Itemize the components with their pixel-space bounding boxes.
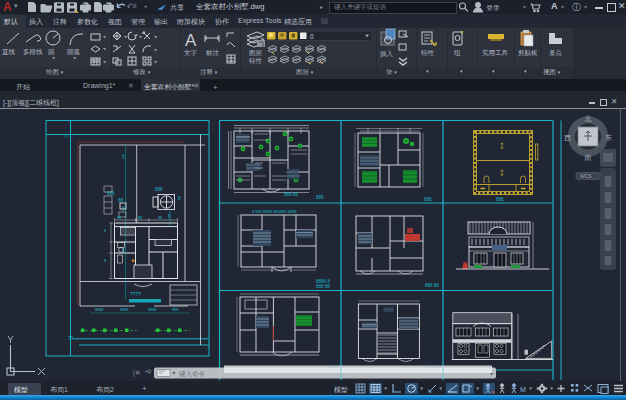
svg-text:键入命令: 键入命令 bbox=[178, 370, 206, 378]
svg-text:特性: 特性 bbox=[249, 57, 263, 65]
svg-text:A: A bbox=[185, 31, 197, 50]
svg-text:标注: 标注 bbox=[205, 49, 220, 57]
svg-text:88: 88 bbox=[118, 198, 124, 203]
svg-text:88: 88 bbox=[138, 216, 142, 220]
svg-text:文字: 文字 bbox=[184, 49, 198, 56]
svg-text:南: 南 bbox=[585, 154, 592, 161]
svg-text:多段线: 多段线 bbox=[23, 48, 43, 55]
svg-text:基点: 基点 bbox=[549, 49, 563, 56]
svg-text:8: 8 bbox=[104, 229, 106, 233]
svg-text:⚲: ⚲ bbox=[145, 369, 152, 374]
svg-text:888: 888 bbox=[424, 197, 432, 202]
svg-text:实用工具: 实用工具 bbox=[482, 49, 509, 57]
svg-text:图层: 图层 bbox=[249, 49, 263, 56]
svg-text:M: M bbox=[520, 386, 526, 393]
svg-text:888 88: 888 88 bbox=[316, 284, 330, 289]
svg-text:888: 888 bbox=[155, 187, 163, 192]
svg-text:888 88: 888 88 bbox=[425, 283, 439, 288]
svg-text:东: 东 bbox=[605, 134, 612, 141]
svg-text:组: 组 bbox=[454, 49, 461, 56]
svg-text:|✕: |✕ bbox=[133, 369, 141, 377]
svg-text:888: 888 bbox=[172, 308, 178, 312]
svg-text:圆弧: 圆弧 bbox=[67, 48, 81, 55]
svg-text:888: 888 bbox=[496, 197, 504, 202]
svg-text:88: 88 bbox=[117, 216, 121, 220]
svg-text:北: 北 bbox=[585, 115, 592, 123]
svg-text:77: 77 bbox=[64, 134, 70, 139]
svg-text:剪贴板: 剪贴板 bbox=[518, 49, 538, 57]
svg-text:8888: 8888 bbox=[95, 308, 103, 312]
svg-text:WCS: WCS bbox=[580, 173, 592, 179]
svg-text:888-88: 888-88 bbox=[284, 192, 299, 197]
svg-text:888: 888 bbox=[316, 195, 324, 200]
svg-text:西: 西 bbox=[564, 134, 571, 142]
svg-text:8: 8 bbox=[104, 259, 106, 263]
svg-text:88: 88 bbox=[158, 216, 162, 220]
svg-text:8888: 8888 bbox=[120, 308, 128, 312]
svg-text:8888: 8888 bbox=[148, 308, 156, 312]
svg-text:77: 77 bbox=[68, 336, 74, 341]
svg-text:直线: 直线 bbox=[2, 48, 16, 55]
svg-text:插入: 插入 bbox=[380, 50, 394, 58]
svg-text:0: 0 bbox=[310, 33, 314, 40]
svg-text:特性: 特性 bbox=[421, 49, 435, 57]
svg-text:8 888 8888 888888 8888: 8 888 8888 888888 8888 bbox=[252, 209, 297, 214]
svg-text:圆: 圆 bbox=[48, 48, 55, 55]
svg-text:????: ???? bbox=[130, 291, 141, 297]
